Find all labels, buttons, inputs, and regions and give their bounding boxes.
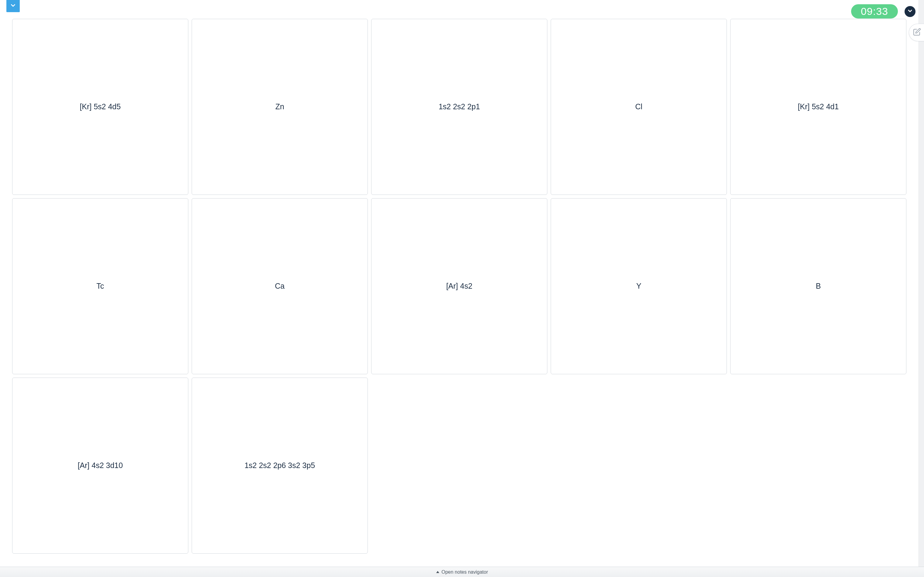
card-label: [Kr] 5s2 4d1: [798, 102, 839, 112]
scrollbar-track[interactable]: [919, 0, 924, 567]
match-card[interactable]: [Ar] 4s2: [371, 198, 548, 374]
match-card[interactable]: Cl: [551, 19, 727, 195]
triangle-up-icon: [436, 571, 439, 573]
card-label: [Ar] 4s2 3d10: [78, 461, 123, 471]
match-card[interactable]: B: [730, 198, 906, 374]
match-card[interactable]: Zn: [192, 19, 368, 195]
top-right-controls: 09:33: [851, 4, 916, 19]
card-label: Tc: [97, 281, 104, 292]
match-card[interactable]: Tc: [12, 198, 188, 374]
timer-pill: 09:33: [851, 4, 898, 19]
top-bar: 09:33: [0, 0, 924, 19]
match-card[interactable]: Y: [551, 198, 727, 374]
notes-navigator-label: Open notes navigator: [442, 569, 488, 575]
card-label: Ca: [275, 281, 284, 292]
dropdown-handle[interactable]: [6, 0, 20, 12]
card-grid: [Kr] 5s2 4d5 Zn 1s2 2s2 2p1 Cl [Kr] 5s2 …: [0, 19, 919, 554]
card-label: 1s2 2s2 2p1: [439, 102, 480, 112]
match-card[interactable]: [Kr] 5s2 4d1: [730, 19, 906, 195]
match-card[interactable]: 1s2 2s2 2p1: [371, 19, 548, 195]
card-label: 1s2 2s2 2p6 3s2 3p5: [244, 461, 315, 471]
match-card[interactable]: [Kr] 5s2 4d5: [12, 19, 188, 195]
match-card[interactable]: [Ar] 4s2 3d10: [12, 377, 188, 554]
chevron-down-icon: [907, 8, 913, 15]
chevron-down-icon: [10, 2, 16, 10]
card-label: Zn: [275, 102, 284, 112]
notes-navigator-bar[interactable]: Open notes navigator: [0, 567, 924, 577]
main-area: [Kr] 5s2 4d5 Zn 1s2 2s2 2p1 Cl [Kr] 5s2 …: [0, 19, 919, 567]
card-label: [Ar] 4s2: [446, 281, 472, 292]
match-card[interactable]: 1s2 2s2 2p6 3s2 3p5: [192, 377, 368, 554]
match-card[interactable]: Ca: [192, 198, 368, 374]
collapse-toggle[interactable]: [905, 6, 916, 17]
card-label: B: [816, 281, 821, 292]
card-label: [Kr] 5s2 4d5: [80, 102, 121, 112]
card-label: Cl: [635, 102, 643, 112]
card-label: Y: [636, 281, 641, 292]
